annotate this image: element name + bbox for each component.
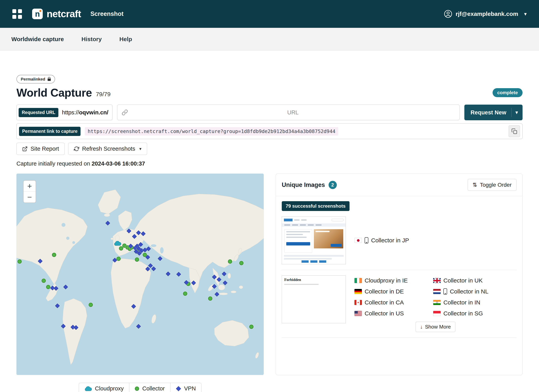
permalinked-badge: Permalinked xyxy=(16,75,55,83)
copy-permalink-button[interactable] xyxy=(509,125,520,137)
chevron-down-icon[interactable]: ▾ xyxy=(139,146,141,151)
toggle-order-button[interactable]: ⇅ Toggle Order xyxy=(468,179,516,191)
map-marker-collector[interactable] xyxy=(183,292,187,296)
thumbnail-decoration xyxy=(284,284,319,285)
flag-de-icon xyxy=(354,289,362,294)
map-marker-vpn[interactable] xyxy=(127,229,131,233)
thumbnail-title: Forbidden xyxy=(284,277,301,282)
map-marker-vpn[interactable] xyxy=(212,284,217,289)
content: Permalinked World Capture 79/79 complete… xyxy=(0,51,539,392)
map-marker-collector[interactable] xyxy=(52,253,56,257)
map-marker-vpn[interactable] xyxy=(132,234,137,239)
collector-label: Collector in US xyxy=(365,310,404,317)
map-marker-collector[interactable] xyxy=(208,296,212,301)
collector-item: Collector in NL xyxy=(433,287,488,296)
request-new-button[interactable]: Request New ▾ xyxy=(464,105,523,120)
permalink-pill: Permanent link to capture xyxy=(19,127,81,136)
collector-item: Collector in IN xyxy=(433,297,488,308)
flag-ca-icon xyxy=(354,300,362,305)
map-marker-vpn[interactable] xyxy=(176,272,181,277)
screenshot-thumbnail-jp[interactable] xyxy=(282,216,346,264)
site-report-button[interactable]: Site Report xyxy=(16,143,65,155)
url-input[interactable] xyxy=(131,109,455,116)
permalink-url[interactable]: https://screenshot.netcraft.com/world_ca… xyxy=(85,127,338,136)
map-marker-vpn[interactable] xyxy=(158,256,162,261)
map-marker-vpn[interactable] xyxy=(131,304,136,309)
zoom-in-button[interactable]: + xyxy=(24,181,36,191)
world-map[interactable]: + − xyxy=(16,174,264,375)
map-marker-vpn[interactable] xyxy=(215,292,219,296)
requested-url-pill: Requested URL xyxy=(19,108,58,117)
map-marker-vpn[interactable] xyxy=(145,267,150,271)
unique-image-group: Collector in JP xyxy=(282,211,516,270)
map-marker-vpn[interactable] xyxy=(223,281,227,285)
map-marker-vpn[interactable] xyxy=(212,275,217,279)
map-marker-collector[interactable] xyxy=(239,261,244,265)
unique-count-badge: 2 xyxy=(329,181,337,189)
map-marker-vpn[interactable] xyxy=(106,221,110,225)
toggle-order-icon: ⇅ xyxy=(473,182,477,188)
map-marker-vpn[interactable] xyxy=(191,281,196,285)
chevron-down-icon[interactable]: ▾ xyxy=(515,110,523,115)
collector-item: Collector in SG xyxy=(433,308,488,319)
legend-vpn-button[interactable]: VPN xyxy=(170,383,202,392)
external-link-icon xyxy=(22,146,28,152)
map-marker-vpn[interactable] xyxy=(55,303,60,308)
collector-label: Collector in NL xyxy=(450,288,488,295)
map-marker-collector[interactable] xyxy=(116,257,121,261)
map-marker-vpn[interactable] xyxy=(38,259,43,263)
nav-items: Worldwide captureHistoryHelp xyxy=(11,36,132,43)
map-marker-collector[interactable] xyxy=(249,325,254,329)
map-marker-collector[interactable] xyxy=(46,285,50,289)
collector-label: Collector in SG xyxy=(443,310,483,317)
map-marker-cloudproxy[interactable] xyxy=(114,241,121,246)
map-marker-vpn[interactable] xyxy=(141,231,146,236)
map-marker-collector[interactable] xyxy=(89,303,93,307)
map-marker-collector[interactable] xyxy=(42,279,46,283)
user-menu[interactable]: rjf@examplebank.com ▾ xyxy=(444,10,527,18)
actions-row: Site Report Refresh Screenshots ▾ xyxy=(16,143,523,155)
map-marker-vpn[interactable] xyxy=(166,272,170,276)
screenshot-thumbnail-forbidden[interactable]: Forbidden xyxy=(282,275,346,323)
map-marker-vpn[interactable] xyxy=(74,325,78,330)
map-marker-vpn[interactable] xyxy=(151,266,156,271)
marker-layer xyxy=(16,174,264,375)
map-marker-vpn[interactable] xyxy=(61,324,65,329)
zoom-out-button[interactable]: − xyxy=(24,191,36,203)
nav-item-help[interactable]: Help xyxy=(119,36,132,43)
map-marker-vpn[interactable] xyxy=(222,272,226,276)
legend-label: Collector xyxy=(142,385,165,392)
map-marker-collector[interactable] xyxy=(228,259,232,264)
netcraft-logo[interactable]: n netcraft xyxy=(32,8,81,19)
map-marker-vpn[interactable] xyxy=(136,230,141,235)
site-report-label: Site Report xyxy=(31,146,59,152)
map-marker-vpn[interactable] xyxy=(54,286,58,291)
refresh-label: Refresh Screenshots xyxy=(82,146,135,152)
show-more-button[interactable]: ↓ Show More xyxy=(416,322,455,332)
user-email: rjf@examplebank.com xyxy=(456,11,518,17)
clipboard-icon xyxy=(511,128,517,134)
map-marker-vpn[interactable] xyxy=(146,246,151,251)
map-marker-vpn[interactable] xyxy=(63,285,68,289)
url-input-box xyxy=(117,105,460,120)
netcraft-logo-mark-icon: n xyxy=(32,9,43,19)
apps-grid-icon[interactable] xyxy=(12,9,22,19)
lock-icon xyxy=(48,79,51,81)
map-marker-vpn[interactable] xyxy=(148,263,153,268)
collector-label: Collector in DE xyxy=(365,288,404,295)
user-icon xyxy=(444,10,452,18)
nav-item-worldwide-capture[interactable]: Worldwide capture xyxy=(11,36,64,43)
map-marker-vpn[interactable] xyxy=(217,277,221,282)
nav-item-history[interactable]: History xyxy=(82,36,102,43)
group2-col-left: Cloudproxy in IECollector in DECollector… xyxy=(354,275,408,319)
collector-label: Collector in IN xyxy=(443,299,480,306)
legend-collector-button[interactable]: Collector xyxy=(129,383,170,392)
refresh-screenshots-button[interactable]: Refresh Screenshots ▾ xyxy=(68,143,147,155)
map-marker-collector[interactable] xyxy=(17,259,22,264)
collector-label: Collector in CA xyxy=(365,299,404,306)
map-marker-collector[interactable] xyxy=(119,246,123,251)
map-marker-collector[interactable] xyxy=(135,258,139,262)
legend-cloudproxy-button[interactable]: Cloudproxy xyxy=(79,383,130,392)
flag-us-icon xyxy=(354,311,362,316)
map-marker-vpn[interactable] xyxy=(136,324,141,329)
